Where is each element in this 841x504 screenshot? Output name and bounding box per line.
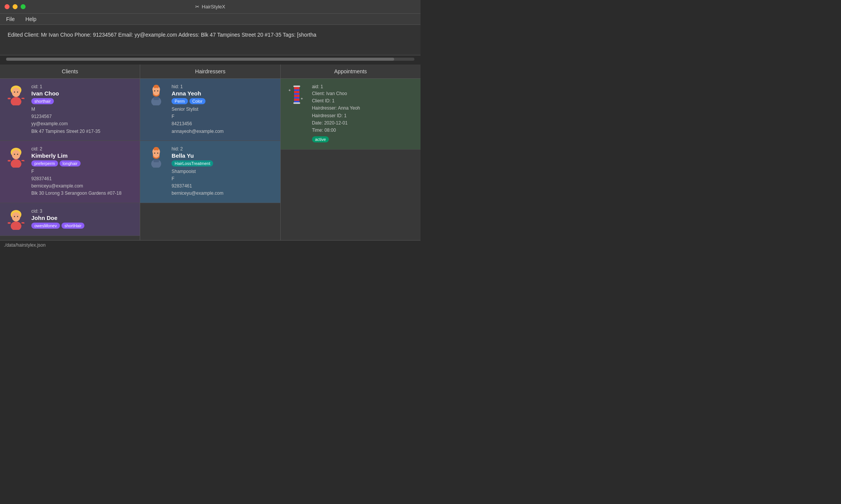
hd-card-1[interactable]: hid: 1 Anna Yeoh Perm Color Senior Styli…	[140, 79, 280, 141]
hd-1-hid: hid: 1	[171, 84, 275, 89]
svg-point-6	[14, 92, 15, 93]
client-2-details: F 92837461 berniceyu@example.com Blk 30 …	[31, 168, 134, 197]
command-text: Edited Client: Mr Ivan Choo Phone: 91234…	[8, 31, 413, 39]
svg-point-29	[157, 90, 158, 92]
tag-preferperm: preferperm	[31, 160, 58, 166]
tag-shorthair: shorthair	[31, 98, 54, 104]
svg-rect-31	[154, 97, 159, 100]
clients-panel: Clients ✂	[0, 65, 140, 240]
client-avatar-1: ✂	[5, 84, 27, 105]
appointments-list[interactable]: ✦ ✦ aid: 1 Client: Ivan Choo Client ID: …	[281, 79, 420, 240]
scrollbar-track[interactable]	[6, 58, 414, 61]
svg-point-28	[154, 90, 155, 92]
client-avatar-3: ✂	[5, 208, 27, 230]
client-1-cid: cid: 1	[31, 84, 134, 89]
main-content: Clients ✂	[0, 65, 420, 240]
statusbar: ./data/hairstylex.json	[0, 240, 420, 250]
minimize-button[interactable]	[13, 4, 18, 9]
svg-rect-47	[294, 89, 299, 91]
svg-point-36	[154, 152, 155, 153]
svg-rect-41	[293, 102, 300, 104]
svg-rect-49	[294, 97, 299, 99]
status-active-badge: active	[312, 136, 329, 142]
client-card-3[interactable]: ✂ cid: 3 John Doe owesMonev shortHair	[0, 203, 140, 236]
hd-1-details: Senior Stylist F 84213456 annayeoh@examp…	[171, 106, 275, 135]
svg-point-23	[17, 216, 18, 217]
svg-rect-43	[294, 87, 299, 89]
svg-rect-46	[294, 99, 299, 101]
svg-point-17	[12, 212, 20, 221]
maximize-button[interactable]	[21, 4, 26, 9]
svg-point-37	[157, 152, 158, 153]
client-3-tags: owesMonev shortHair	[31, 223, 134, 229]
appointments-panel: Appointments	[281, 65, 420, 240]
hairdressers-header: Hairdressers	[140, 65, 280, 79]
appt-1-aid: aid: 1	[312, 84, 415, 89]
client-3-info: cid: 3 John Doe owesMonev shortHair	[31, 208, 134, 230]
client-1-name: Ivan Choo	[31, 90, 134, 97]
client-3-cid: cid: 3	[31, 208, 134, 214]
svg-rect-48	[294, 93, 299, 95]
svg-text:✦: ✦	[288, 88, 291, 92]
svg-rect-11	[8, 160, 11, 162]
svg-point-9	[12, 150, 20, 159]
menubar: File Help	[0, 14, 420, 25]
svg-text:✂: ✂	[21, 97, 24, 102]
hd-2-tags: HairLossTreatment	[171, 160, 275, 166]
hd-avatar-2	[146, 146, 167, 168]
svg-rect-39	[154, 159, 159, 162]
scissors-icon: ✂	[195, 4, 199, 10]
hd-2-hid: hid: 2	[171, 146, 275, 152]
svg-point-14	[14, 153, 15, 155]
tag-perm: Perm	[171, 98, 188, 104]
svg-rect-50	[294, 101, 299, 102]
hd-2-name: Bella Yu	[171, 152, 275, 159]
client-2-name: Kimberly Lim	[31, 152, 134, 159]
window-controls	[5, 4, 26, 9]
clients-list[interactable]: ✂ cid: 1 Ivan Choo shorthair M 91234567	[0, 79, 140, 240]
tag-longhair: longhair	[60, 160, 81, 166]
svg-point-27	[153, 88, 160, 95]
hd-1-info: hid: 1 Anna Yeoh Perm Color Senior Styli…	[171, 84, 275, 135]
client-1-tags: shorthair	[31, 98, 134, 104]
menu-file[interactable]: File	[5, 15, 16, 23]
svg-point-15	[17, 153, 18, 155]
hd-card-2[interactable]: hid: 2 Bella Yu HairLossTreatment Shampo…	[140, 141, 280, 203]
appointments-header: Appointments	[281, 65, 420, 79]
tag-shorthair2: shortHair	[61, 223, 85, 229]
close-button[interactable]	[5, 4, 10, 9]
clients-header: Clients	[0, 65, 140, 79]
svg-point-35	[153, 150, 160, 158]
appt-card-1[interactable]: ✦ ✦ aid: 1 Client: Ivan Choo Client ID: …	[281, 79, 420, 150]
client-3-name: John Doe	[31, 215, 134, 221]
hairdressers-list[interactable]: hid: 1 Anna Yeoh Perm Color Senior Styli…	[140, 79, 280, 240]
app-title: ✂ HairStyleX	[195, 4, 225, 10]
svg-text:✂: ✂	[21, 222, 24, 226]
appt-1-status: active	[312, 136, 415, 142]
client-avatar-2: ✂	[5, 146, 27, 168]
hd-avatar-1	[146, 84, 167, 105]
statusbar-path: ./data/hairstylex.json	[4, 242, 45, 248]
client-card-1[interactable]: ✂ cid: 1 Ivan Choo shorthair M 91234567	[0, 79, 140, 141]
svg-point-18	[11, 221, 21, 230]
menu-help[interactable]: Help	[24, 15, 38, 23]
client-2-tags: preferperm longhair	[31, 160, 134, 166]
client-1-info: cid: 1 Ivan Choo shorthair M 91234567 yy…	[31, 84, 134, 135]
scrollbar-thumb[interactable]	[6, 58, 394, 61]
client-2-info: cid: 2 Kimberly Lim preferperm longhair …	[31, 146, 134, 197]
hd-1-tags: Perm Color	[171, 98, 275, 104]
hd-2-details: Shampooist F 92837461 berniceyu@example.…	[171, 168, 275, 197]
svg-rect-45	[294, 95, 299, 97]
client-card-2[interactable]: ✂ cid: 2 Kimberly Lim preferperm longhai…	[0, 141, 140, 203]
client-1-details: M 91234567 yy@example.com Blk 47 Tampine…	[31, 106, 134, 135]
tag-hairlosstreatment: HairLossTreatment	[171, 160, 213, 166]
tag-owesmoney: owesMonev	[31, 223, 60, 229]
tag-color: Color	[189, 98, 205, 104]
hd-1-name: Anna Yeoh	[171, 90, 275, 97]
svg-rect-40	[293, 86, 300, 87]
appt-1-details: Client: Ivan Choo Client ID: 1 Hairdress…	[312, 90, 415, 134]
appt-1-info: aid: 1 Client: Ivan Choo Client ID: 1 Ha…	[312, 84, 415, 144]
svg-point-22	[14, 216, 15, 217]
hd-2-info: hid: 2 Bella Yu HairLossTreatment Shampo…	[171, 146, 275, 197]
barber-pole-avatar: ✦ ✦	[286, 84, 307, 105]
